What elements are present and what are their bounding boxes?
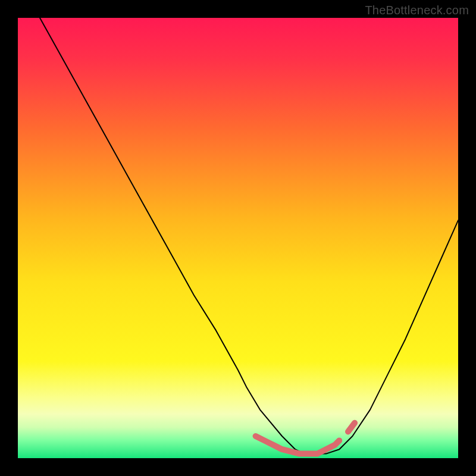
series-bottleneck-highlight-right-dot	[348, 423, 355, 432]
plot-area	[18, 18, 458, 458]
series-bottleneck-curve	[40, 18, 458, 454]
curve-layer	[18, 18, 458, 458]
series-bottleneck-highlight	[256, 436, 340, 454]
attribution-text: TheBottleneck.com	[365, 4, 469, 17]
chart-frame: TheBottleneck.com	[0, 0, 476, 476]
